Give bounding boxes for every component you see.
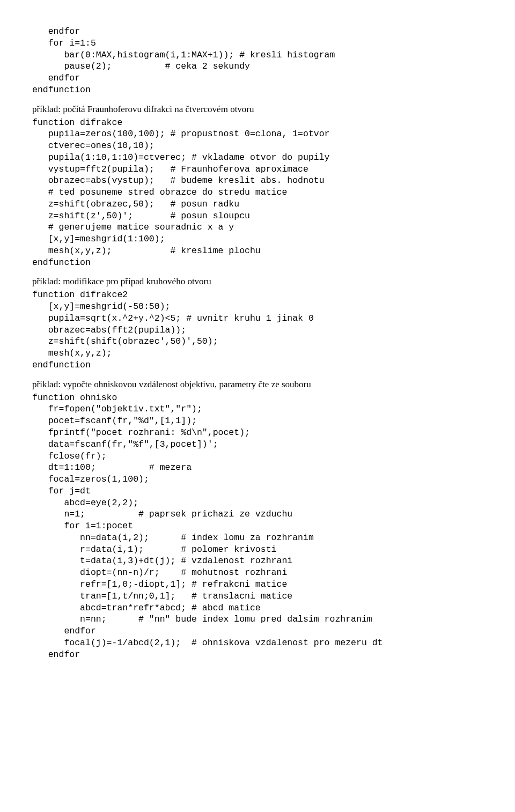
code-block-1: function difrakce pupila=zeros(100,100);… xyxy=(32,117,483,269)
narrative-3: příklad: vypočte ohniskovou vzdálenost o… xyxy=(32,379,483,391)
code-block-0: endfor for i=1:5 bar(0:MAX,histogram(i,1… xyxy=(32,26,483,96)
narrative-2: příklad: modifikace pro případ kruhového… xyxy=(32,276,483,288)
code-block-2: function difrakce2 [x,y]=meshgrid(-50:50… xyxy=(32,289,483,371)
narrative-1: příklad: počítá Fraunhoferovu difrakci n… xyxy=(32,104,483,116)
code-block-3: function ohnisko fr=fopen("objektiv.txt"… xyxy=(32,392,483,661)
